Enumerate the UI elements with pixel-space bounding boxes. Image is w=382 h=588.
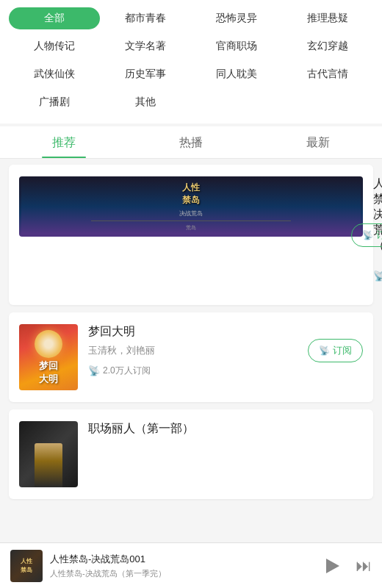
book-subscribers-2: 📡 2.0万人订阅: [88, 365, 363, 377]
cover-moon: [35, 330, 62, 358]
next-button[interactable]: ⏭: [356, 556, 372, 576]
book-cover-3: [19, 421, 78, 487]
book-info-3: 职场丽人（第一部）: [88, 421, 363, 441]
category-row-4: 广播剧 其他: [9, 91, 373, 113]
player-subtitle: 人性禁岛-决战荒岛（第一季完）: [50, 568, 311, 579]
category-btn-history[interactable]: 历史军事: [100, 63, 191, 85]
book-card-1[interactable]: 人性禁岛 决战荒岛 荒岛 人性禁岛-决战荒岛（第... 📡 3.2万人订阅 📡 …: [9, 165, 373, 305]
cover-2-label: 梦回大明: [19, 359, 78, 386]
book-info-2: 梦回大明 玉清秋，刘艳丽 📡 2.0万人订阅 📡 订阅: [88, 324, 363, 377]
category-btn-ancient[interactable]: 古代言情: [282, 63, 373, 85]
book-cover-2: 梦回大明: [19, 324, 78, 390]
book-info-1: 人性禁岛-决战荒岛（第... 📡 3.2万人订阅 📡 订阅: [373, 176, 382, 293]
bottom-player: 人性禁岛 人性禁岛-决战荒岛001 人性禁岛-决战荒岛（第一季完） ⏭: [0, 542, 382, 588]
play-button[interactable]: [319, 553, 344, 578]
tab-hot[interactable]: 热播: [127, 126, 254, 158]
tab-recommend[interactable]: 推荐: [0, 126, 127, 158]
category-btn-literature[interactable]: 文学名著: [100, 35, 191, 57]
category-row-2: 人物传记 文学名著 官商职场 玄幻穿越: [9, 35, 373, 57]
category-row-3: 武侠仙侠 历史军事 同人耽美 古代言情: [9, 63, 373, 85]
category-btn-all[interactable]: 全部: [9, 7, 100, 29]
player-controls: ⏭: [319, 553, 372, 578]
player-info: 人性禁岛-决战荒岛001 人性禁岛-决战荒岛（第一季完）: [50, 553, 311, 579]
category-btn-fantasy[interactable]: 玄幻穿越: [282, 35, 373, 57]
rss-icon-1: 📡: [373, 270, 382, 282]
category-btn-biography[interactable]: 人物传记: [9, 35, 100, 57]
subscribe-icon-1: 📡: [362, 230, 373, 240]
play-icon: [326, 559, 339, 573]
subscribe-btn-1[interactable]: 📡 订阅: [351, 223, 382, 247]
book-subscribers-1: 📡 3.2万人订阅: [373, 258, 382, 293]
category-row-1: 全部 都市青春 恐怖灵异 推理悬疑: [9, 7, 373, 29]
book-title-2: 梦回大明: [88, 324, 363, 340]
book-cover-1: 人性禁岛 决战荒岛 荒岛: [19, 176, 363, 237]
player-cover: 人性禁岛: [10, 550, 43, 582]
subscribe-icon-2: 📡: [319, 345, 330, 356]
category-btn-mystery[interactable]: 推理悬疑: [282, 7, 373, 29]
category-btn-business[interactable]: 官商职场: [191, 35, 282, 57]
category-btn-placeholder-2: [282, 98, 373, 107]
book-list: 人性禁岛 决战荒岛 荒岛 人性禁岛-决战荒岛（第... 📡 3.2万人订阅 📡 …: [0, 159, 382, 558]
category-btn-other[interactable]: 其他: [100, 91, 191, 113]
rss-icon-2: 📡: [88, 365, 100, 376]
next-icon: ⏭: [356, 556, 372, 576]
category-btn-wuxia[interactable]: 武侠仙侠: [9, 63, 100, 85]
category-btn-fanfic[interactable]: 同人耽美: [191, 63, 282, 85]
category-btn-placeholder-1: [191, 98, 282, 107]
player-title: 人性禁岛-决战荒岛001: [50, 553, 311, 566]
tabs: 推荐 热播 最新: [0, 126, 382, 159]
book-title-3: 职场丽人（第一部）: [88, 421, 363, 437]
cover-3-figure: [35, 443, 62, 487]
book-card-3[interactable]: 职场丽人（第一部）: [9, 409, 373, 499]
category-btn-radio[interactable]: 广播剧: [9, 91, 100, 113]
tab-new[interactable]: 最新: [255, 126, 382, 158]
category-btn-horror[interactable]: 恐怖灵异: [191, 7, 282, 29]
category-btn-urban[interactable]: 都市青春: [100, 7, 191, 29]
book-card-2[interactable]: 梦回大明 梦回大明 玉清秋，刘艳丽 📡 2.0万人订阅 📡 订阅: [9, 312, 373, 402]
category-nav: 全部 都市青春 恐怖灵异 推理悬疑 人物传记 文学名著 官商职场 玄幻穿越 武侠…: [0, 0, 382, 123]
subscribe-btn-2[interactable]: 📡 订阅: [308, 339, 363, 362]
